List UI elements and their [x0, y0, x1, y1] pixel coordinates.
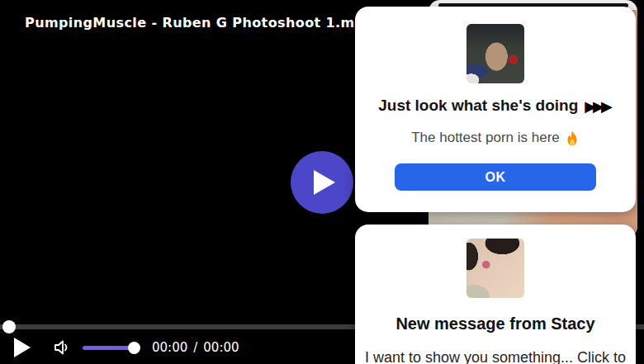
- fast-forward-icon: ▶▶▶: [585, 97, 613, 115]
- message-dialog[interactable]: New message from Stacy I want to show yo…: [355, 225, 636, 364]
- message-title: New message from Stacy: [395, 314, 594, 333]
- volume-slider[interactable]: [83, 346, 134, 350]
- volume-handle[interactable]: [128, 342, 140, 354]
- fire-icon: [565, 130, 580, 146]
- play-button[interactable]: [13, 336, 35, 359]
- message-body: I want to show you something... Click to: [363, 347, 627, 364]
- offer-subtitle-text: The hottest porn is here: [411, 130, 560, 146]
- play-icon: [312, 169, 337, 196]
- ok-button[interactable]: OK: [395, 163, 596, 191]
- time-display: 00:00 / 00:00: [152, 340, 239, 355]
- offer-dialog: Just look what she's doing ▶▶▶ The hotte…: [355, 7, 636, 212]
- volume-icon: [54, 339, 70, 356]
- time-separator: /: [193, 340, 197, 355]
- big-play-button[interactable]: [291, 151, 353, 214]
- offer-title-text: Just look what she's doing: [378, 97, 578, 115]
- offer-title: Just look what she's doing ▶▶▶: [378, 97, 613, 115]
- stacy-avatar-thumbnail[interactable]: [466, 239, 524, 298]
- seek-handle[interactable]: [2, 320, 16, 333]
- play-icon: [13, 337, 31, 358]
- webcam-couple-thumbnail[interactable]: [466, 24, 524, 83]
- time-duration: 00:00: [203, 340, 239, 355]
- offer-subtitle: The hottest porn is here: [411, 130, 580, 146]
- video-title: PumpingMuscle - Ruben G Photoshoot 1.mp4: [25, 15, 374, 31]
- time-current: 00:00: [152, 340, 187, 355]
- mute-button[interactable]: [51, 337, 73, 358]
